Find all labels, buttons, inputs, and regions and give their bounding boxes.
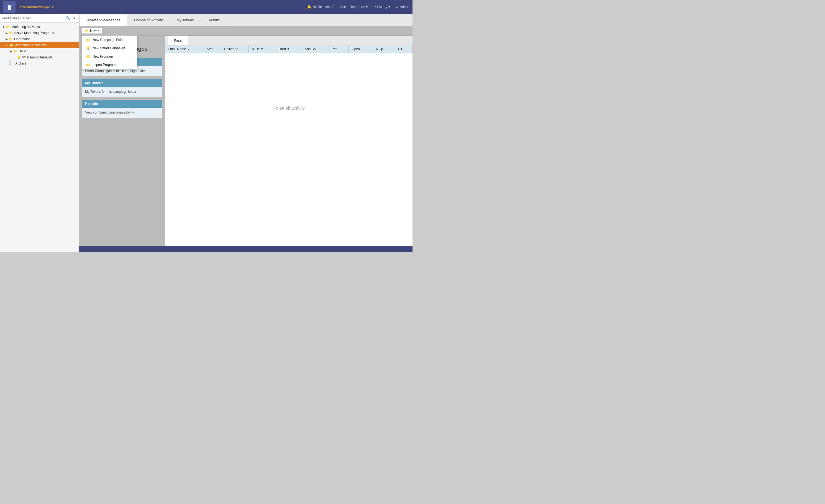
col-label: Soft Bo... bbox=[305, 47, 318, 51]
new-arrow-icon: ▾ bbox=[98, 29, 99, 32]
sidebar-item-archive[interactable]: 🗄 _Archive bbox=[0, 60, 79, 67]
history-button[interactable]: ↩ History ▾ bbox=[373, 5, 390, 9]
ca-tab-label: Email bbox=[173, 38, 182, 43]
user-name: Oscar Rodriguez bbox=[340, 5, 365, 9]
instance-label[interactable]: c2fosandboxtemp2 ▾ bbox=[18, 5, 54, 9]
import-icon: 📁 bbox=[86, 63, 90, 67]
instance-arrow-icon: ▾ bbox=[52, 5, 54, 9]
col-open[interactable]: Open... bbox=[349, 46, 372, 53]
sidebar-item-whatsapp-campaign[interactable]: 💡 whatsapp-campaign bbox=[0, 54, 79, 60]
campaign-activity-tabs: Email bbox=[165, 36, 412, 45]
history-arrow-icon: ▾ bbox=[388, 5, 390, 9]
col-label: Delivered bbox=[224, 47, 238, 51]
tab-label: My Tokens bbox=[176, 18, 194, 22]
history-label: History bbox=[377, 5, 387, 9]
folder-icon: 📁 bbox=[9, 37, 13, 41]
logo-icon: ||| bbox=[8, 4, 11, 10]
my-tokens-header: My Tokens bbox=[82, 79, 162, 87]
sidebar: 🔍 ▾ ▼ 📁 Marketing Activities ▶ 📁 Active … bbox=[0, 14, 79, 252]
dropdown-item-new-smart-campaign[interactable]: 💡 New Smart Campaign bbox=[82, 44, 137, 52]
admin-button[interactable]: ⚙ Admin bbox=[396, 5, 409, 9]
notifications-button[interactable]: 🔔 Notifications: 0 bbox=[307, 5, 334, 9]
col-label: Sent bbox=[207, 47, 214, 51]
sidebar-item-label: Marketing Activities bbox=[11, 25, 40, 29]
folder-icon: 📁 bbox=[9, 43, 14, 47]
dropdown-item-new-campaign-folder[interactable]: 📁 New Campaign Folder bbox=[82, 36, 137, 44]
tab-campaign-activity[interactable]: Campaign Activity bbox=[127, 14, 169, 26]
sidebar-tree: ▼ 📁 Marketing Activities ▶ 📁 Active Mark… bbox=[0, 23, 79, 252]
user-menu-button[interactable]: Oscar Rodriguez ▾ bbox=[340, 5, 368, 9]
table-header-row: Email Name ▲ Sent Delivered bbox=[165, 46, 412, 53]
my-tokens-section: My Tokens My Tokens for this campaign fo… bbox=[82, 79, 162, 97]
col-label: Open... bbox=[352, 47, 362, 51]
lightbulb-icon: 💡 bbox=[17, 55, 21, 60]
sidebar-item-whatsapp-messages[interactable]: ▼ 📁 Whatsapp-Messages bbox=[0, 42, 79, 48]
program-icon: 📁 bbox=[86, 54, 90, 59]
results-body: View combined campaign activity bbox=[82, 108, 162, 118]
col-email-name[interactable]: Email Name ▲ bbox=[165, 46, 204, 53]
ca-tab-email[interactable]: Email bbox=[168, 36, 189, 45]
folder-icon: 📁 bbox=[6, 25, 10, 29]
tab-whatsapp-messages[interactable]: Whatsapp-Messages bbox=[79, 14, 127, 26]
results-header: Results bbox=[82, 100, 162, 108]
instance-name: c2fosandboxtemp2 bbox=[19, 5, 50, 9]
sidebar-item-label: Whatsapp-Messages bbox=[15, 43, 46, 47]
dropdown-item-import-program[interactable]: 📁 Import Program bbox=[82, 61, 137, 69]
expand-icon bbox=[6, 62, 7, 65]
sidebar-item-operational[interactable]: ▶ 📁 Operational bbox=[0, 36, 79, 42]
dropdown-item-label: New Program bbox=[92, 55, 113, 59]
col-label: Cli... bbox=[398, 47, 405, 51]
sidebar-item-hello[interactable]: ▶ 📁 Hello bbox=[0, 48, 79, 54]
dropdown-item-label: New Campaign Folder bbox=[92, 38, 126, 42]
col-soft-bo[interactable]: Soft Bo... bbox=[302, 46, 329, 53]
dropdown-item-label: New Smart Campaign bbox=[92, 46, 125, 50]
col-pct-deliv[interactable]: % Deliv... bbox=[249, 46, 276, 53]
sidebar-item-label: Operational bbox=[14, 37, 31, 41]
col-delivered[interactable]: Delivered bbox=[221, 46, 249, 53]
sidebar-item-marketing-activities[interactable]: ▼ 📁 Marketing Activities bbox=[0, 24, 79, 30]
dropdown-item-label: Import Program bbox=[92, 63, 116, 67]
expand-icon: ▼ bbox=[6, 44, 8, 47]
sidebar-item-active-marketing-programs[interactable]: ▶ 📁 Active Marketing Programs bbox=[0, 30, 79, 36]
user-arrow-icon: ▾ bbox=[366, 5, 368, 9]
notifications-icon: 🔔 bbox=[307, 5, 311, 9]
tab-label: Results bbox=[208, 18, 219, 22]
search-options-button[interactable]: ▾ bbox=[72, 15, 76, 21]
admin-label: Admin bbox=[400, 5, 409, 9]
search-button[interactable]: 🔍 bbox=[65, 15, 71, 21]
expand-icon bbox=[14, 56, 16, 59]
tab-my-tokens[interactable]: My Tokens bbox=[169, 14, 201, 26]
right-panel: Email Email Name ▲ bbox=[165, 36, 412, 246]
new-icon: 📁 bbox=[85, 29, 89, 33]
campaign-folder-icon: 📁 bbox=[86, 38, 90, 42]
table-area: Email Name ▲ Sent Delivered bbox=[165, 45, 412, 246]
folder-icon: 📁 bbox=[13, 49, 17, 54]
col-label: % Deliv... bbox=[251, 47, 266, 51]
expand-icon: ▶ bbox=[6, 31, 8, 34]
col-cli[interactable]: Cli... bbox=[395, 46, 412, 53]
app-logo: ||| bbox=[3, 1, 15, 13]
search-input[interactable] bbox=[2, 16, 65, 20]
toolbar: 📁 New ▾ 📁 New Campaign Folder 💡 New Smar… bbox=[79, 26, 412, 36]
app-body: 🔍 ▾ ▼ 📁 Marketing Activities ▶ 📁 Active … bbox=[0, 14, 412, 252]
col-label: Hard B... bbox=[279, 47, 292, 51]
col-pct-op[interactable]: % Op... bbox=[372, 46, 395, 53]
col-label: Email Name bbox=[168, 47, 186, 51]
folder-icon: 📁 bbox=[9, 31, 13, 35]
sort-icon: ▲ bbox=[188, 48, 190, 51]
expand-icon: ▼ bbox=[2, 25, 5, 28]
col-hard-b[interactable]: Hard B... bbox=[276, 46, 302, 53]
col-label: % Op... bbox=[375, 47, 386, 51]
history-icon: ↩ bbox=[373, 5, 376, 9]
new-button[interactable]: 📁 New ▾ bbox=[82, 28, 102, 34]
tab-results[interactable]: Results bbox=[201, 14, 226, 26]
top-nav: ||| c2fosandboxtemp2 ▾ 🔔 Notifications: … bbox=[0, 0, 412, 14]
my-tokens-body: My Tokens for this campaign folder bbox=[82, 87, 162, 97]
dropdown-item-new-program[interactable]: 📁 New Program bbox=[82, 52, 137, 61]
col-pen[interactable]: Pen... bbox=[329, 46, 349, 53]
expand-icon: ▶ bbox=[6, 38, 8, 41]
top-nav-right: 🔔 Notifications: 0 Oscar Rodriguez ▾ ↩ H… bbox=[307, 5, 409, 9]
col-sent[interactable]: Sent bbox=[204, 46, 221, 53]
tab-label: Whatsapp-Messages bbox=[86, 18, 120, 22]
notifications-label: Notifications: 0 bbox=[312, 5, 334, 9]
